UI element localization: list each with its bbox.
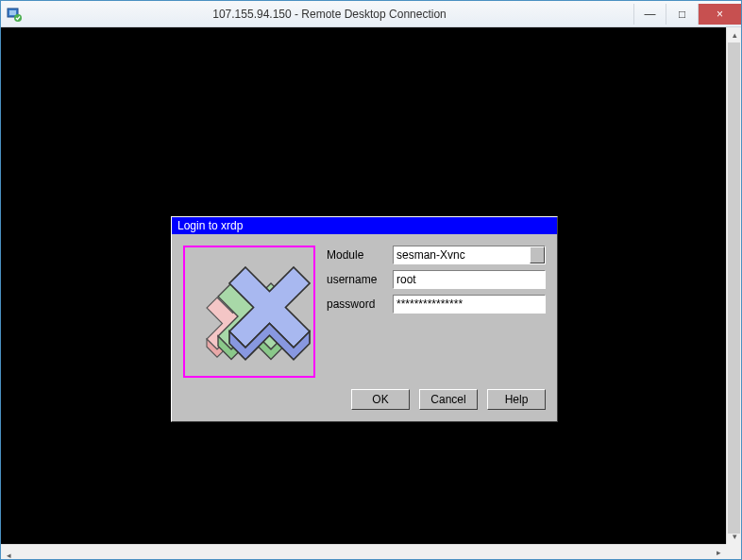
scroll-right-icon[interactable]: ▸ [711,545,726,560]
maximize-icon: □ [679,8,685,21]
cancel-button[interactable]: Cancel [419,389,478,410]
password-row: password [327,295,546,314]
xrdp-dialog-body: Module sesman-Xvnc username password [172,234,557,389]
xrdp-logo-icon [183,246,315,378]
vertical-scrollbar[interactable]: ▴ ▾ [726,27,741,544]
xrdp-login-dialog: Login to xrdp [171,216,558,422]
xrdp-button-row: OK Cancel Help [172,389,557,421]
scroll-thumb-vertical[interactable] [728,42,740,534]
password-input[interactable] [393,295,546,314]
module-row: Module sesman-Xvnc [327,246,546,264]
module-value: sesman-Xvnc [396,248,465,262]
close-button[interactable]: × [698,4,741,25]
window-controls: — □ × [633,4,741,25]
scroll-up-icon[interactable]: ▴ [727,27,742,42]
password-label: password [327,297,393,311]
ok-button[interactable]: OK [351,389,410,410]
module-label: Module [327,248,393,262]
close-icon: × [717,8,723,21]
minimize-button[interactable]: — [633,4,666,25]
username-input[interactable] [393,270,546,289]
xrdp-dialog-title[interactable]: Login to xrdp [172,217,557,234]
maximize-button[interactable]: □ [666,4,698,25]
dropdown-icon[interactable] [530,246,545,263]
scroll-corner [726,544,741,559]
module-select[interactable]: sesman-Xvnc [393,246,546,264]
rdc-window: 107.155.94.150 - Remote Desktop Connecti… [0,0,742,560]
xrdp-form: Module sesman-Xvnc username password [327,246,546,378]
help-button[interactable]: Help [487,389,546,410]
scroll-down-icon[interactable]: ▾ [727,529,742,544]
username-label: username [327,273,393,286]
content-area: Login to xrdp [1,27,741,559]
titlebar[interactable]: 107.155.94.150 - Remote Desktop Connecti… [1,1,741,27]
scroll-left-icon[interactable]: ◂ [1,548,16,560]
svg-rect-1 [9,10,16,15]
window-title: 107.155.94.150 - Remote Desktop Connecti… [25,8,633,21]
username-row: username [327,270,546,289]
minimize-icon: — [645,8,656,21]
horizontal-scrollbar[interactable]: ◂ ▸ [1,544,726,559]
remote-viewport[interactable]: Login to xrdp [1,27,726,544]
rdc-app-icon [7,7,22,22]
